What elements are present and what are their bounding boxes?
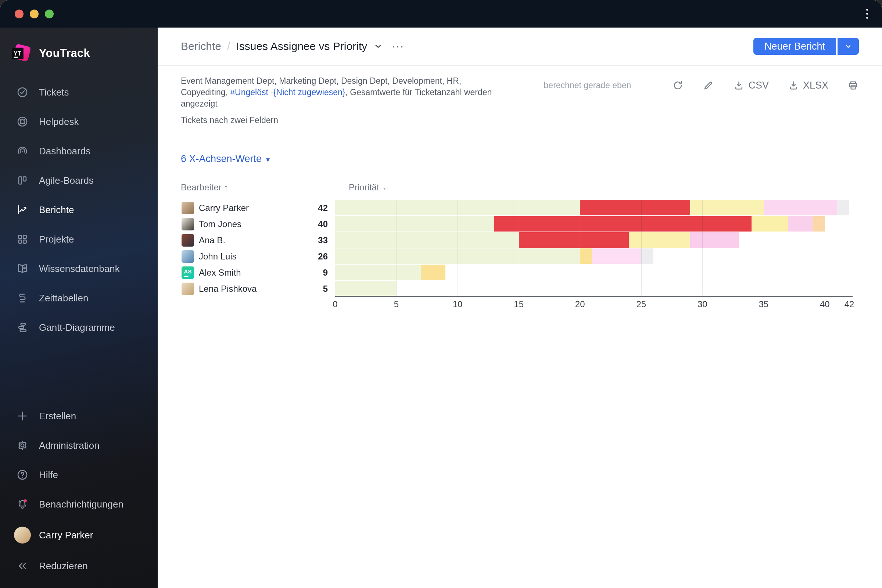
sidebar-item-berichte[interactable]: Berichte [0, 195, 158, 225]
sidebar-item-label: Berichte [39, 204, 74, 216]
bar-segment[interactable] [813, 216, 825, 231]
bar-segment[interactable] [752, 216, 788, 231]
plot-area: 051015202530354042 [335, 200, 853, 311]
bar-segment[interactable] [519, 232, 629, 248]
sidebar-item-label: Tickets [39, 87, 69, 98]
breadcrumb-separator: / [227, 40, 230, 52]
page-header: Berichte / Issues Assignee vs Priority ⋯… [158, 28, 882, 66]
bar-segment[interactable] [764, 200, 837, 215]
download-icon [788, 80, 800, 91]
x-tick-label: 25 [636, 299, 646, 309]
plus-icon [16, 410, 28, 422]
timesheets-icon [16, 292, 28, 304]
knowledge-base-icon [16, 262, 28, 275]
sidebar-bottom-nav: ErstellenAdministrationHilfeBenachrichti… [0, 401, 158, 588]
sidebar-item-label: Gantt-Diagramme [39, 322, 115, 333]
edit-button[interactable] [703, 80, 714, 91]
title-chevron-down-icon[interactable] [373, 41, 383, 51]
sidebar-item-hilfe[interactable]: Hilfe [0, 460, 158, 489]
bar-segment[interactable] [641, 248, 653, 264]
sidebar-item-agile-boards[interactable]: Agile-Boards [0, 166, 158, 195]
x-axis-values-dropdown[interactable]: 6 X-Achsen-Werte ▾ [181, 153, 270, 165]
sidebar-item-helpdesk[interactable]: Helpdesk [0, 107, 158, 136]
app-body: YT YouTrack TicketsHelpdeskDashboardsAgi… [0, 28, 882, 588]
assignee-total: 5 [323, 284, 335, 294]
new-report-button[interactable]: Neuer Bericht [753, 38, 836, 55]
download-icon [733, 80, 744, 91]
assignee-total: 40 [318, 219, 335, 230]
sidebar-item-zeittabellen[interactable]: Zeittabellen [0, 284, 158, 313]
query-link[interactable]: #Ungelöst -{Nicht zugewiesen} [230, 87, 345, 97]
new-report-dropdown-button[interactable] [837, 38, 859, 55]
xlsx-label: XLSX [803, 80, 828, 91]
kebab-menu-icon[interactable] [862, 7, 872, 21]
bar-segment[interactable] [335, 248, 580, 264]
bar-segment[interactable] [494, 216, 752, 231]
minimize-window-button[interactable] [30, 9, 39, 18]
bar-segment[interactable] [335, 200, 580, 215]
window-controls [15, 9, 54, 18]
refresh-button[interactable] [672, 80, 684, 91]
sidebar-item-dashboards[interactable]: Dashboards [0, 136, 158, 166]
sidebar-item-label: Erstellen [39, 411, 76, 422]
bar-segment[interactable] [788, 216, 813, 231]
stacked-bar [335, 248, 653, 264]
stacked-bar [335, 232, 739, 248]
sidebar-item-erstellen[interactable]: Erstellen [0, 401, 158, 431]
assignee-avatar [182, 250, 194, 263]
sidebar-item-benachrichtigungen[interactable]: Benachrichtigungen [0, 489, 158, 519]
zoom-window-button[interactable] [45, 9, 54, 18]
assignee-name: Ana B. [199, 235, 225, 246]
bar-segment[interactable] [335, 216, 494, 231]
bar-segment[interactable] [837, 200, 849, 215]
x-tick-label: 30 [698, 299, 707, 309]
avatar-initials: AS [184, 268, 192, 274]
assignee-list: Carry Parker42Tom Jones40Ana B.33John Lu… [181, 200, 335, 311]
bar-segment[interactable] [421, 265, 446, 280]
bar-row [335, 216, 853, 232]
bar-segment[interactable] [580, 200, 690, 215]
report-description: Event Management Dept, Marketing Dept, D… [181, 75, 504, 110]
breadcrumb-berichte[interactable]: Berichte [181, 40, 221, 52]
page-title: Issues Assignee vs Priority [236, 40, 367, 52]
bar-segment[interactable] [335, 265, 421, 280]
column-header-prioritaet[interactable]: Priorität ← [335, 182, 390, 193]
collapse-icon [16, 560, 28, 572]
report-subtitle: Tickets nach zwei Feldern [181, 115, 504, 126]
bar-segment[interactable] [580, 248, 592, 264]
sidebar-collapse-button[interactable]: Reduzieren [0, 551, 158, 580]
sidebar-item-gantt-diagramme[interactable]: Gantt-Diagramme [0, 313, 158, 342]
bar-segment[interactable] [690, 232, 739, 248]
sidebar-item-tickets[interactable]: Tickets [0, 78, 158, 107]
sidebar-item-administration[interactable]: Administration [0, 431, 158, 460]
bar-segment[interactable] [335, 232, 519, 248]
csv-label: CSV [748, 80, 769, 91]
title-more-icon[interactable]: ⋯ [392, 40, 405, 52]
stacked-bar [335, 200, 849, 215]
close-window-button[interactable] [15, 9, 24, 18]
bar-segment[interactable] [335, 281, 396, 296]
export-csv-button[interactable]: CSV [733, 80, 769, 91]
sidebar-item-label: Administration [39, 440, 100, 451]
sidebar-item-label: Hilfe [39, 469, 58, 481]
sidebar-user[interactable]: Carry Parker [0, 519, 158, 551]
sidebar-item-label: Dashboards [39, 146, 90, 157]
reports-icon [16, 204, 28, 216]
assignee-avatar [182, 234, 194, 247]
bell-icon [16, 498, 28, 510]
export-xlsx-button[interactable]: XLSX [788, 80, 828, 91]
sidebar-item-wissensdatenbank[interactable]: Wissensdatenbank [0, 254, 158, 284]
gantt-icon [16, 321, 28, 334]
sidebar-item-projekte[interactable]: Projekte [0, 225, 158, 254]
assignee-name: Carry Parker [199, 203, 249, 213]
sidebar-item-label: Helpdesk [39, 116, 79, 128]
dashboards-icon [16, 145, 28, 157]
bar-segment[interactable] [690, 200, 764, 215]
avatar-underscore [184, 276, 189, 277]
bar-row [335, 281, 853, 297]
chart-column-headers: Bearbeiter ↑ Priorität ← [181, 182, 859, 193]
print-button[interactable] [848, 80, 859, 91]
bar-segment[interactable] [592, 248, 641, 264]
column-header-bearbeiter[interactable]: Bearbeiter ↑ [181, 182, 335, 193]
bar-segment[interactable] [629, 232, 690, 248]
